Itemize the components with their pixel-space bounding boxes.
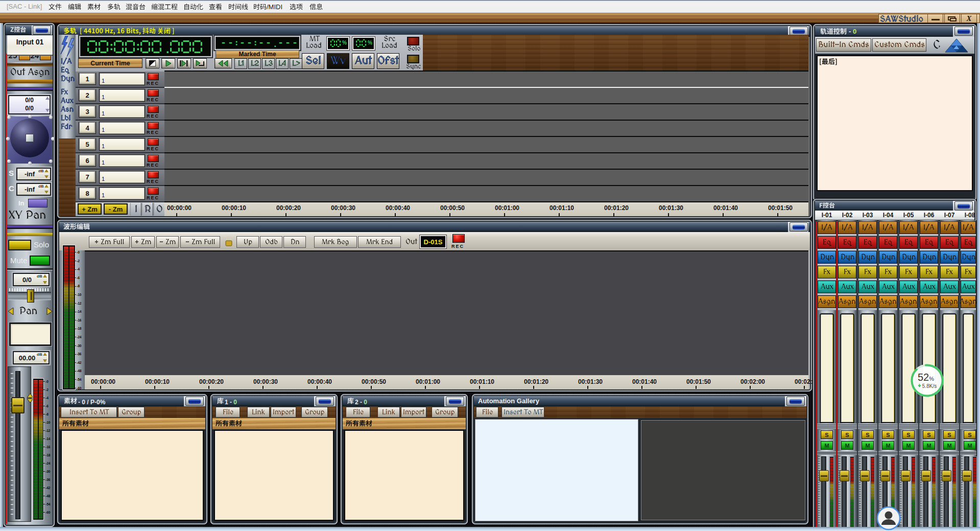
svg-text:5.8K/s: 5.8K/s — [922, 383, 937, 389]
